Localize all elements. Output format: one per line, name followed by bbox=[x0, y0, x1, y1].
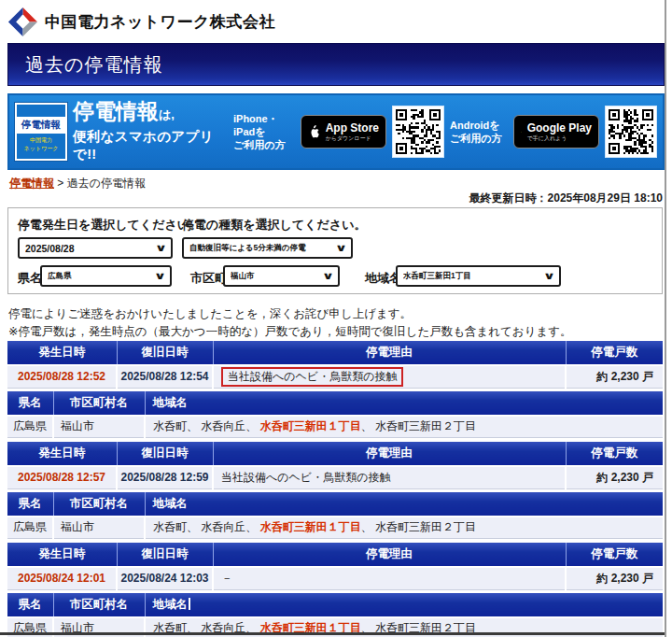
page-title: 過去の停電情報 bbox=[8, 52, 162, 78]
restore-datetime: 2025/08/28 12:59 bbox=[117, 466, 213, 488]
outage-location-table: 県名 市区町村名 地域名 広島県 福山市 水呑町、 水呑向丘、 水呑町三新田１丁… bbox=[7, 391, 663, 439]
restore-datetime: 2025/08/24 12:03 bbox=[117, 567, 213, 589]
highlighted-area: 水呑町三新田１丁目 bbox=[260, 419, 361, 432]
area-list: 水呑町、 水呑向丘、 水呑町三新田１丁目、 水呑町三新田２丁目 bbox=[145, 517, 663, 539]
chevron-down-icon: ∨ bbox=[543, 270, 555, 282]
area-list: 水呑町、 水呑向丘、 水呑町三新田１丁目、 水呑町三新田２丁目 bbox=[145, 416, 663, 438]
restore-datetime: 2025/08/28 12:54 bbox=[117, 365, 213, 388]
col-header-occur: 発生日時 bbox=[7, 442, 117, 466]
page-title-band: 過去の停電情報 bbox=[7, 43, 665, 86]
col-header-households: 停電戸数 bbox=[566, 543, 663, 567]
ios-user-label: iPhone・iPadを ご利用の方 bbox=[233, 112, 295, 152]
window-bottom-border bbox=[0, 632, 665, 635]
gplay-label: Google Play bbox=[527, 121, 592, 134]
outage-main-table: 発生日時 復旧日時 停電理由 停電戸数 2025/08/24 12:01 202… bbox=[7, 543, 663, 590]
households-count: 約 2,230 戸 bbox=[566, 365, 663, 388]
outage-block: 発生日時 復旧日時 停電理由 停電戸数 2025/08/28 12:52 202… bbox=[7, 341, 663, 438]
outage-location-table: 県名 市区町村名 地域名 広島県 福山市 水呑町、 水呑向丘、 水呑町三新田１丁… bbox=[7, 492, 663, 540]
app-icon-title: 停電情報 bbox=[17, 117, 65, 134]
company-name: 中国電力ネットワーク株式会社 bbox=[45, 11, 275, 33]
col-header-restore: 復旧日時 bbox=[117, 543, 213, 567]
col-header-city: 市区町村名 bbox=[53, 492, 145, 517]
col-header-city: 市区町村名 bbox=[53, 593, 145, 617]
apple-icon bbox=[308, 122, 320, 141]
col-header-area: 地域名 bbox=[145, 593, 663, 617]
col-header-reason: 停電理由 bbox=[213, 442, 566, 466]
app-promo-banner: 停電情報 中国電力 ネットワーク 停電情報は, 便利なスマホのアプリで!! iP… bbox=[7, 93, 665, 170]
city-select[interactable]: 福山市 ∨ bbox=[223, 265, 340, 287]
date-select[interactable]: 2025/08/28 ∨ bbox=[18, 237, 173, 259]
col-header-area: 地域名 bbox=[145, 492, 663, 517]
filter-form: 停電発生日を選択してください。 停電の種類を選択してください。 2025/08/… bbox=[7, 207, 663, 294]
highlighted-area: 水呑町三新田１丁目 bbox=[260, 520, 361, 533]
chevron-down-icon: ∨ bbox=[154, 270, 166, 282]
chevron-down-icon: ∨ bbox=[155, 242, 167, 254]
col-header-households: 停電戸数 bbox=[566, 341, 663, 365]
col-header-restore: 復旧日時 bbox=[117, 341, 213, 365]
outage-block: 発生日時 復旧日時 停電理由 停電戸数 2025/08/24 12:01 202… bbox=[7, 543, 663, 637]
company-logo-icon bbox=[7, 7, 38, 37]
apology-line: 停電によりご迷惑をおかけいたしましたことを，深くお詫び申し上げます。 bbox=[8, 305, 572, 323]
outage-reason: － bbox=[221, 572, 232, 585]
type-select-label: 停電の種類を選択してください。 bbox=[182, 217, 366, 234]
city-value: 福山市 bbox=[53, 517, 145, 539]
prefecture-select[interactable]: 広島県 ∨ bbox=[40, 265, 172, 287]
breadcrumb-link-outage-info[interactable]: 停電情報 bbox=[9, 177, 54, 190]
outage-app-icon: 停電情報 中国電力 ネットワーク bbox=[15, 103, 67, 161]
col-header-restore: 復旧日時 bbox=[117, 442, 213, 466]
table-row: 2025/08/24 12:01 2025/08/24 12:03 － 約 2,… bbox=[7, 567, 663, 589]
google-play-icon bbox=[521, 124, 522, 140]
households-note-line: ※停電戸数は，発生時点の（最大かつ一時的な）戸数であり，短時間で復旧した戸数も含… bbox=[8, 323, 572, 341]
breadcrumb: 停電情報 > 過去の停電情報 bbox=[9, 176, 146, 191]
col-header-occur: 発生日時 bbox=[7, 341, 117, 365]
outage-tables: 発生日時 復旧日時 停電理由 停電戸数 2025/08/28 12:52 202… bbox=[7, 341, 663, 637]
appstore-sublabel: からダウンロード bbox=[326, 134, 379, 143]
col-header-pref: 県名 bbox=[7, 593, 53, 617]
prefecture-value: 広島県 bbox=[7, 416, 53, 438]
table-row: 2025/08/28 12:52 2025/08/28 12:54 当社設備への… bbox=[7, 365, 663, 388]
col-header-city: 市区町村名 bbox=[53, 391, 145, 416]
outage-location-table: 県名 市区町村名 地域名 広島県 福山市 水呑町、 水呑向丘、 水呑町三新田１丁… bbox=[7, 593, 663, 637]
site-header: 中国電力ネットワーク株式会社 bbox=[7, 5, 275, 38]
google-play-badge[interactable]: Google Play で手に入れよう bbox=[513, 115, 599, 149]
outage-main-table: 発生日時 復旧日時 停電理由 停電戸数 2025/08/28 12:57 202… bbox=[7, 442, 663, 489]
table-row: 広島県 福山市 水呑町、 水呑向丘、 水呑町三新田１丁目、 水呑町三新田２丁目 bbox=[7, 416, 663, 438]
occur-datetime: 2025/08/28 12:57 bbox=[7, 466, 117, 488]
last-updated-timestamp: 最終更新日時：2025年08月29日 18:10 bbox=[7, 191, 663, 206]
window-right-border bbox=[665, 0, 666, 637]
chevron-down-icon: ∨ bbox=[335, 242, 347, 254]
notice-text: 停電によりご迷惑をおかけいたしましたことを，深くお詫び申し上げます。 ※停電戸数… bbox=[8, 305, 572, 341]
col-header-area: 地域名 bbox=[145, 391, 663, 416]
outage-type-select[interactable]: 自動復旧等による5分未満の停電 ∨ bbox=[182, 237, 353, 259]
col-header-pref: 県名 bbox=[7, 391, 53, 416]
area-select[interactable]: 水呑町三新田1丁目 ∨ bbox=[396, 265, 561, 287]
android-user-label: Androidを ご利用の方 bbox=[450, 119, 508, 146]
gplay-sublabel: で手に入れよう bbox=[527, 134, 592, 143]
outage-reason: 当社設備へのヘビ・鳥獣類の接触 bbox=[221, 367, 403, 387]
appstore-label: App Store bbox=[326, 121, 379, 134]
households-count: 約 2,230 戸 bbox=[566, 567, 663, 589]
outage-block: 発生日時 復旧日時 停電理由 停電戸数 2025/08/28 12:57 202… bbox=[7, 442, 663, 539]
promo-headline: 停電情報は, 便利なスマホのアプリで!! bbox=[73, 100, 228, 163]
text-caret bbox=[189, 598, 190, 610]
outage-main-table: 発生日時 復旧日時 停電理由 停電戸数 2025/08/28 12:52 202… bbox=[7, 341, 663, 389]
breadcrumb-separator: > bbox=[57, 177, 63, 190]
prefecture-label: 県名 bbox=[18, 270, 42, 287]
chevron-down-icon: ∨ bbox=[322, 270, 334, 282]
occur-datetime: 2025/08/24 12:01 bbox=[7, 567, 117, 589]
occur-datetime: 2025/08/28 12:52 bbox=[7, 365, 117, 388]
date-select-label: 停電発生日を選択してください。 bbox=[18, 217, 202, 234]
qr-code-icon bbox=[605, 106, 657, 158]
col-header-reason: 停電理由 bbox=[213, 341, 566, 365]
page: 中国電力ネットワーク株式会社 過去の停電情報 停電情報 中国電力 ネットワーク … bbox=[0, 0, 672, 637]
outage-reason: 当社設備へのヘビ・鳥獣類の接触 bbox=[221, 471, 390, 484]
app-store-badge[interactable]: App Store からダウンロード bbox=[301, 115, 386, 149]
col-header-reason: 停電理由 bbox=[213, 543, 566, 567]
table-row: 2025/08/28 12:57 2025/08/28 12:59 当社設備への… bbox=[7, 466, 663, 488]
table-row: 広島県 福山市 水呑町、 水呑向丘、 水呑町三新田１丁目、 水呑町三新田２丁目 bbox=[7, 517, 663, 539]
city-value: 福山市 bbox=[53, 416, 145, 438]
prefecture-value: 広島県 bbox=[7, 517, 53, 539]
breadcrumb-current: 過去の停電情報 bbox=[67, 177, 146, 190]
col-header-occur: 発生日時 bbox=[7, 543, 117, 567]
qr-code-icon bbox=[392, 106, 444, 158]
